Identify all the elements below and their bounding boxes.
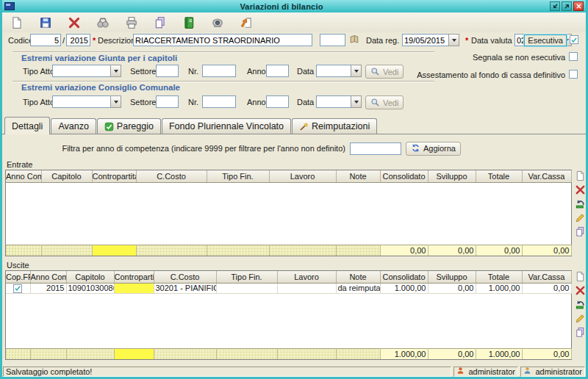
data-reg-field[interactable] (402, 34, 448, 46)
column-header[interactable]: Contropartita (114, 271, 154, 283)
copy-row-icon[interactable] (575, 226, 587, 237)
column-header[interactable]: Cop.FPV (6, 271, 30, 283)
column-header[interactable]: Consolidato (380, 170, 428, 182)
edit-icon[interactable] (575, 212, 587, 223)
edit-icon[interactable] (575, 313, 587, 324)
anno-label: Anno (247, 98, 266, 107)
column-header[interactable]: Sviluppo (428, 271, 476, 283)
table-cell[interactable]: 0,00 (428, 283, 476, 293)
column-header[interactable]: Note (336, 170, 380, 182)
column-header[interactable]: Consolidato (380, 271, 428, 283)
maximize-button[interactable] (562, 1, 572, 11)
table-cell[interactable]: da reimputazio (336, 283, 380, 293)
data-field-giunta[interactable] (316, 65, 351, 77)
copy-row-icon[interactable] (575, 327, 587, 338)
data-field-consiglio[interactable] (316, 95, 351, 108)
camera-icon[interactable] (208, 14, 226, 31)
descrizione-extra-field[interactable] (320, 34, 345, 46)
column-header[interactable]: Anno Comp. (30, 271, 66, 283)
aggiorna-button[interactable]: Aggiorna (406, 142, 461, 156)
vedi-button-consiglio[interactable]: Vedi (365, 95, 404, 109)
delete-icon[interactable] (65, 14, 83, 31)
descrizione-field[interactable] (133, 34, 312, 46)
column-header[interactable]: Var.Cassa (522, 170, 571, 182)
table-cell[interactable]: 30201 - PIANIFICAZI (154, 283, 216, 293)
new-row-icon[interactable] (575, 170, 587, 181)
column-header[interactable]: Capitolo (66, 271, 114, 283)
totals-cell (136, 245, 207, 256)
esecutiva-checkbox[interactable] (570, 35, 578, 44)
table-empty-area[interactable] (6, 294, 571, 348)
close-button[interactable] (573, 1, 584, 11)
codice-number-field[interactable] (30, 34, 61, 46)
table-cell[interactable]: 10901030086510 (66, 283, 114, 293)
settore-field-consiglio[interactable] (156, 95, 179, 108)
tab-label: Pareggio (117, 121, 154, 131)
column-header[interactable]: C.Costo (136, 170, 207, 182)
undo-icon[interactable] (575, 198, 587, 209)
export-icon[interactable] (237, 14, 255, 31)
esecutiva-button[interactable]: Esecutiva (524, 35, 567, 46)
book-icon[interactable] (349, 35, 359, 45)
tab-pareggio[interactable]: Pareggio (97, 118, 161, 134)
tab-reimputazioni[interactable]: Reimputazioni (292, 118, 377, 134)
nr-field-giunta[interactable] (202, 65, 236, 77)
tipo-atto-field-giunta[interactable] (52, 65, 110, 77)
table-cell[interactable]: 1.000,00 (476, 283, 522, 293)
column-header[interactable]: Var.Cassa (522, 271, 571, 283)
data-dropdown-icon[interactable] (351, 65, 362, 77)
tipo-atto-dropdown-icon[interactable] (110, 95, 121, 108)
new-row-icon[interactable] (575, 271, 587, 282)
column-header[interactable]: Tipo Fin. (207, 170, 269, 182)
table-cell[interactable]: 2015 (30, 283, 66, 293)
settore-field-giunta[interactable] (156, 65, 179, 77)
new-document-icon[interactable] (7, 14, 26, 31)
tab-dettagli[interactable]: Dettagli (4, 117, 50, 134)
column-header[interactable]: Note (336, 271, 380, 283)
table-cell[interactable]: 1.000,00 (380, 283, 428, 293)
tab-avanzo[interactable]: Avanzo (51, 118, 96, 134)
vedi-button-giunta[interactable]: Vedi (365, 65, 404, 79)
print-icon[interactable] (122, 14, 140, 31)
table-cell[interactable] (114, 283, 154, 293)
table-empty-area[interactable] (6, 183, 571, 245)
anno-field-giunta[interactable] (266, 65, 289, 77)
total-sviluppo: 0,00 (428, 348, 476, 359)
table-cell[interactable] (216, 283, 277, 293)
column-header[interactable]: Lavoro (277, 271, 336, 283)
cop-fpv-checkbox[interactable] (13, 284, 22, 293)
undo-icon[interactable] (575, 299, 587, 310)
delete-row-icon[interactable] (575, 184, 587, 195)
delete-row-icon[interactable] (575, 285, 587, 296)
tipo-atto-field-consiglio[interactable] (52, 95, 110, 108)
assestamento-checkbox[interactable] (569, 70, 578, 79)
segnala-checkbox[interactable] (569, 52, 578, 61)
data-dropdown-icon[interactable] (351, 95, 362, 108)
column-header[interactable]: Sviluppo (428, 170, 476, 182)
column-header[interactable]: Lavoro (269, 170, 336, 182)
tipo-atto-dropdown-icon[interactable] (110, 65, 121, 77)
codice-year-field[interactable] (66, 34, 90, 46)
data-reg-dropdown-icon[interactable] (448, 34, 459, 46)
column-header[interactable]: Tipo Fin. (216, 271, 277, 283)
anno-field-consiglio[interactable] (266, 95, 289, 108)
column-header[interactable]: Totale (476, 271, 522, 283)
save-icon[interactable] (36, 14, 54, 31)
nr-field-consiglio[interactable] (202, 95, 236, 108)
table-cell[interactable]: 0,00 (522, 283, 571, 293)
column-header[interactable]: C.Costo (154, 271, 216, 283)
person-orange-icon (456, 367, 466, 377)
column-header[interactable]: Capitolo (41, 170, 92, 182)
column-header[interactable]: Anno Comp. (6, 170, 41, 182)
tab-label: Reimputazioni (312, 121, 370, 131)
search-icon[interactable] (93, 14, 112, 31)
table-row[interactable]: 20151090103008651030201 - PIANIFICAZIda … (6, 283, 571, 293)
filter-year-input[interactable] (350, 142, 401, 155)
tab-fondo-pluriennale-vincolato[interactable]: Fondo Pluriennale Vincolato (162, 118, 291, 134)
copy-icon[interactable] (151, 14, 169, 31)
ledger-icon[interactable] (179, 14, 198, 31)
column-header[interactable]: Totale (476, 170, 522, 182)
minimize-button[interactable] (550, 1, 560, 11)
column-header[interactable]: Contropartita (92, 170, 136, 182)
table-cell[interactable] (277, 283, 336, 293)
